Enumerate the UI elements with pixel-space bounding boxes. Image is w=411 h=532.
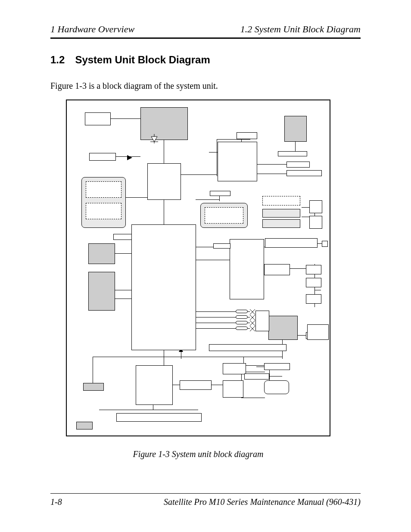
block-bus-target bbox=[255, 311, 269, 331]
block-inner-small bbox=[264, 264, 290, 275]
block-bar-right-of-tall bbox=[265, 238, 318, 248]
block-right-light-b bbox=[262, 219, 300, 228]
block-bar-above-south bbox=[113, 234, 134, 240]
block-right-top-bar bbox=[237, 132, 257, 139]
arrow-icon bbox=[127, 154, 132, 162]
block-stack-c bbox=[306, 294, 321, 304]
header-left: 1 Hardware Overview bbox=[50, 24, 134, 35]
block-right-dashed-a bbox=[262, 196, 300, 205]
block-square-right-lower bbox=[223, 380, 243, 398]
manual-title: Satellite Pro M10 Series Maintenance Man… bbox=[164, 497, 361, 507]
block-memory-slot-b bbox=[86, 203, 121, 219]
footer-rule bbox=[50, 493, 361, 494]
figure-caption: Figure 1-3 System unit block diagram bbox=[66, 449, 330, 459]
block-farright-tiny-b bbox=[309, 216, 322, 229]
block-right-large-top bbox=[218, 142, 257, 181]
page-number: 1-8 bbox=[50, 497, 62, 507]
block-mid-bar bbox=[210, 191, 230, 196]
block-bar-mid-low bbox=[244, 373, 269, 380]
header-right: 1.2 System Unit Block Diagram bbox=[240, 24, 361, 35]
block-grey-topright bbox=[284, 116, 307, 142]
block-farright-tiny-a bbox=[309, 200, 322, 213]
block-bar-under-grey bbox=[278, 151, 307, 156]
block-memory-slot-a bbox=[86, 181, 121, 198]
intro-paragraph: Figure 1-3 is a block diagram of the sys… bbox=[50, 81, 361, 91]
block-rounded-right bbox=[264, 380, 289, 394]
block-right-light-a bbox=[262, 209, 300, 218]
section-number: 1.2 bbox=[50, 54, 65, 66]
page-footer: 1-8 Satellite Pro M10 Series Maintenance… bbox=[50, 493, 361, 507]
block-top-left-wide bbox=[85, 112, 111, 125]
section-heading: 1.2System Unit Block Diagram bbox=[50, 54, 361, 66]
block-small-right-b bbox=[286, 170, 322, 176]
block-bar-above-tall bbox=[213, 243, 230, 249]
block-mid-dashed bbox=[205, 207, 243, 224]
block-grey-midright bbox=[268, 316, 298, 340]
block-bar-right-lower bbox=[264, 363, 290, 370]
section-title: System Unit Block Diagram bbox=[75, 54, 210, 65]
block-long-bar-below bbox=[209, 344, 286, 351]
block-grey-bottom-left bbox=[76, 422, 93, 429]
block-grey-bar-left bbox=[83, 383, 104, 391]
block-ec-right-b bbox=[223, 363, 246, 374]
block-stack-a bbox=[306, 265, 321, 274]
block-diagram-figure bbox=[66, 100, 330, 436]
block-stack-b bbox=[306, 278, 321, 287]
block-small-1 bbox=[89, 153, 116, 161]
block-southbridge bbox=[131, 224, 196, 350]
block-tiny-inset bbox=[307, 324, 329, 340]
block-ec-kbc bbox=[136, 365, 173, 405]
block-small-right-a bbox=[286, 162, 310, 168]
page-header: 1 Hardware Overview 1.2 System Unit Bloc… bbox=[50, 24, 361, 37]
block-grey-left-a bbox=[88, 243, 115, 264]
block-bottom-wide bbox=[116, 413, 202, 422]
block-northbridge bbox=[147, 163, 181, 200]
block-right-tall bbox=[230, 239, 264, 299]
block-grey-left-b bbox=[88, 272, 115, 311]
block-cpu bbox=[140, 107, 188, 140]
block-ec-right-a bbox=[180, 380, 212, 390]
block-tiny-farright-mid bbox=[322, 241, 328, 247]
diode-icon bbox=[149, 134, 160, 145]
header-rule bbox=[50, 37, 361, 39]
